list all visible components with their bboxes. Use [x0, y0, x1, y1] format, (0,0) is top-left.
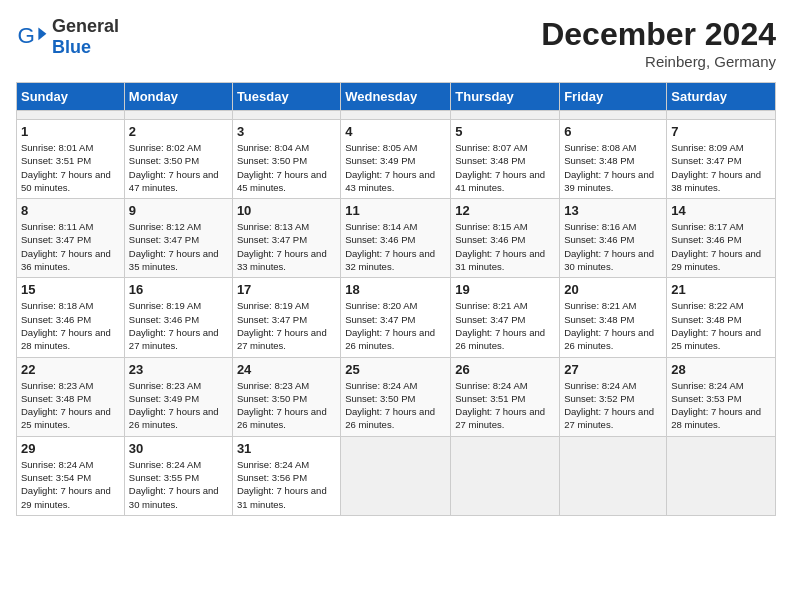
daylight-label: Daylight: 7 hours and 30 minutes. — [564, 248, 654, 272]
sunset-label: Sunset: 3:50 PM — [237, 155, 307, 166]
daylight-label: Daylight: 7 hours and 28 minutes. — [21, 327, 111, 351]
day-number: 29 — [21, 441, 120, 456]
calendar-week-3: 8 Sunrise: 8:11 AM Sunset: 3:47 PM Dayli… — [17, 199, 776, 278]
sunrise-label: Sunrise: 8:09 AM — [671, 142, 743, 153]
sunrise-label: Sunrise: 8:05 AM — [345, 142, 417, 153]
day-info: Sunrise: 8:24 AM Sunset: 3:55 PM Dayligh… — [129, 458, 228, 511]
sunset-label: Sunset: 3:48 PM — [21, 393, 91, 404]
calendar-cell: 28 Sunrise: 8:24 AM Sunset: 3:53 PM Dayl… — [667, 357, 776, 436]
sunset-label: Sunset: 3:46 PM — [671, 234, 741, 245]
sunrise-label: Sunrise: 8:23 AM — [129, 380, 201, 391]
daylight-label: Daylight: 7 hours and 25 minutes. — [671, 327, 761, 351]
calendar-cell: 15 Sunrise: 8:18 AM Sunset: 3:46 PM Dayl… — [17, 278, 125, 357]
day-number: 19 — [455, 282, 555, 297]
calendar-cell: 3 Sunrise: 8:04 AM Sunset: 3:50 PM Dayli… — [232, 120, 340, 199]
day-info: Sunrise: 8:21 AM Sunset: 3:47 PM Dayligh… — [455, 299, 555, 352]
sunrise-label: Sunrise: 8:24 AM — [237, 459, 309, 470]
header-saturday: Saturday — [667, 83, 776, 111]
day-info: Sunrise: 8:07 AM Sunset: 3:48 PM Dayligh… — [455, 141, 555, 194]
sunset-label: Sunset: 3:50 PM — [237, 393, 307, 404]
header-monday: Monday — [124, 83, 232, 111]
day-info: Sunrise: 8:05 AM Sunset: 3:49 PM Dayligh… — [345, 141, 446, 194]
calendar-cell: 17 Sunrise: 8:19 AM Sunset: 3:47 PM Dayl… — [232, 278, 340, 357]
logo-blue: Blue — [52, 37, 119, 58]
calendar-cell: 11 Sunrise: 8:14 AM Sunset: 3:46 PM Dayl… — [341, 199, 451, 278]
daylight-label: Daylight: 7 hours and 26 minutes. — [129, 406, 219, 430]
sunrise-label: Sunrise: 8:24 AM — [455, 380, 527, 391]
daylight-label: Daylight: 7 hours and 36 minutes. — [21, 248, 111, 272]
calendar-cell — [667, 436, 776, 515]
daylight-label: Daylight: 7 hours and 25 minutes. — [21, 406, 111, 430]
daylight-label: Daylight: 7 hours and 31 minutes. — [455, 248, 545, 272]
month-title: December 2024 — [541, 16, 776, 53]
calendar-cell: 14 Sunrise: 8:17 AM Sunset: 3:46 PM Dayl… — [667, 199, 776, 278]
daylight-label: Daylight: 7 hours and 31 minutes. — [237, 485, 327, 509]
calendar-cell — [451, 111, 560, 120]
calendar-header-row: SundayMondayTuesdayWednesdayThursdayFrid… — [17, 83, 776, 111]
calendar-cell: 24 Sunrise: 8:23 AM Sunset: 3:50 PM Dayl… — [232, 357, 340, 436]
calendar-week-6: 29 Sunrise: 8:24 AM Sunset: 3:54 PM Dayl… — [17, 436, 776, 515]
day-info: Sunrise: 8:24 AM Sunset: 3:52 PM Dayligh… — [564, 379, 662, 432]
daylight-label: Daylight: 7 hours and 27 minutes. — [129, 327, 219, 351]
day-info: Sunrise: 8:19 AM Sunset: 3:46 PM Dayligh… — [129, 299, 228, 352]
day-number: 20 — [564, 282, 662, 297]
sunrise-label: Sunrise: 8:17 AM — [671, 221, 743, 232]
calendar-cell — [17, 111, 125, 120]
sunset-label: Sunset: 3:51 PM — [455, 393, 525, 404]
day-info: Sunrise: 8:02 AM Sunset: 3:50 PM Dayligh… — [129, 141, 228, 194]
daylight-label: Daylight: 7 hours and 32 minutes. — [345, 248, 435, 272]
daylight-label: Daylight: 7 hours and 33 minutes. — [237, 248, 327, 272]
day-info: Sunrise: 8:15 AM Sunset: 3:46 PM Dayligh… — [455, 220, 555, 273]
calendar-cell — [667, 111, 776, 120]
sunset-label: Sunset: 3:46 PM — [21, 314, 91, 325]
calendar-table: SundayMondayTuesdayWednesdayThursdayFrid… — [16, 82, 776, 516]
sunset-label: Sunset: 3:47 PM — [671, 155, 741, 166]
day-number: 18 — [345, 282, 446, 297]
header-tuesday: Tuesday — [232, 83, 340, 111]
day-number: 1 — [21, 124, 120, 139]
calendar-cell: 23 Sunrise: 8:23 AM Sunset: 3:49 PM Dayl… — [124, 357, 232, 436]
sunrise-label: Sunrise: 8:23 AM — [21, 380, 93, 391]
calendar-cell: 8 Sunrise: 8:11 AM Sunset: 3:47 PM Dayli… — [17, 199, 125, 278]
sunset-label: Sunset: 3:48 PM — [564, 314, 634, 325]
sunrise-label: Sunrise: 8:04 AM — [237, 142, 309, 153]
day-number: 3 — [237, 124, 336, 139]
daylight-label: Daylight: 7 hours and 26 minutes. — [237, 406, 327, 430]
sunset-label: Sunset: 3:48 PM — [671, 314, 741, 325]
day-number: 13 — [564, 203, 662, 218]
calendar-cell: 6 Sunrise: 8:08 AM Sunset: 3:48 PM Dayli… — [560, 120, 667, 199]
day-info: Sunrise: 8:23 AM Sunset: 3:49 PM Dayligh… — [129, 379, 228, 432]
sunset-label: Sunset: 3:50 PM — [345, 393, 415, 404]
calendar-cell: 18 Sunrise: 8:20 AM Sunset: 3:47 PM Dayl… — [341, 278, 451, 357]
day-number: 4 — [345, 124, 446, 139]
day-number: 31 — [237, 441, 336, 456]
header-wednesday: Wednesday — [341, 83, 451, 111]
calendar-cell: 19 Sunrise: 8:21 AM Sunset: 3:47 PM Dayl… — [451, 278, 560, 357]
day-info: Sunrise: 8:24 AM Sunset: 3:56 PM Dayligh… — [237, 458, 336, 511]
calendar-cell — [341, 436, 451, 515]
calendar-cell — [124, 111, 232, 120]
day-number: 11 — [345, 203, 446, 218]
day-info: Sunrise: 8:18 AM Sunset: 3:46 PM Dayligh… — [21, 299, 120, 352]
calendar-cell: 30 Sunrise: 8:24 AM Sunset: 3:55 PM Dayl… — [124, 436, 232, 515]
sunset-label: Sunset: 3:47 PM — [237, 314, 307, 325]
daylight-label: Daylight: 7 hours and 26 minutes. — [345, 406, 435, 430]
day-info: Sunrise: 8:16 AM Sunset: 3:46 PM Dayligh… — [564, 220, 662, 273]
day-number: 7 — [671, 124, 771, 139]
calendar-cell: 1 Sunrise: 8:01 AM Sunset: 3:51 PM Dayli… — [17, 120, 125, 199]
sunrise-label: Sunrise: 8:19 AM — [129, 300, 201, 311]
daylight-label: Daylight: 7 hours and 29 minutes. — [671, 248, 761, 272]
sunset-label: Sunset: 3:49 PM — [345, 155, 415, 166]
day-number: 14 — [671, 203, 771, 218]
day-info: Sunrise: 8:13 AM Sunset: 3:47 PM Dayligh… — [237, 220, 336, 273]
calendar-cell — [560, 436, 667, 515]
day-info: Sunrise: 8:24 AM Sunset: 3:54 PM Dayligh… — [21, 458, 120, 511]
daylight-label: Daylight: 7 hours and 26 minutes. — [564, 327, 654, 351]
calendar-cell: 25 Sunrise: 8:24 AM Sunset: 3:50 PM Dayl… — [341, 357, 451, 436]
sunset-label: Sunset: 3:47 PM — [237, 234, 307, 245]
day-number: 8 — [21, 203, 120, 218]
sunrise-label: Sunrise: 8:24 AM — [129, 459, 201, 470]
daylight-label: Daylight: 7 hours and 39 minutes. — [564, 169, 654, 193]
daylight-label: Daylight: 7 hours and 28 minutes. — [671, 406, 761, 430]
sunrise-label: Sunrise: 8:21 AM — [564, 300, 636, 311]
